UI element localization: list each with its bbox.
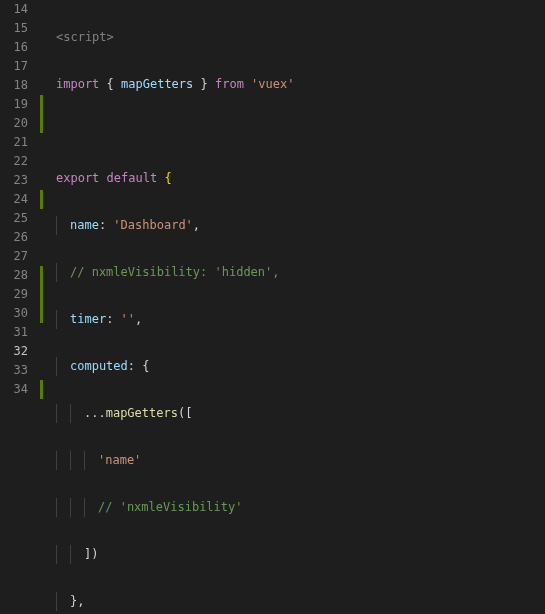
code-content[interactable]: <script> import { mapGetters } from 'vue… <box>44 0 545 614</box>
line-gutter: 14 15 16 17 18 19 20 21 22 23 24 25 26 2… <box>0 0 40 614</box>
code-editor[interactable]: 14 15 16 17 18 19 20 21 22 23 24 25 26 2… <box>0 0 545 614</box>
